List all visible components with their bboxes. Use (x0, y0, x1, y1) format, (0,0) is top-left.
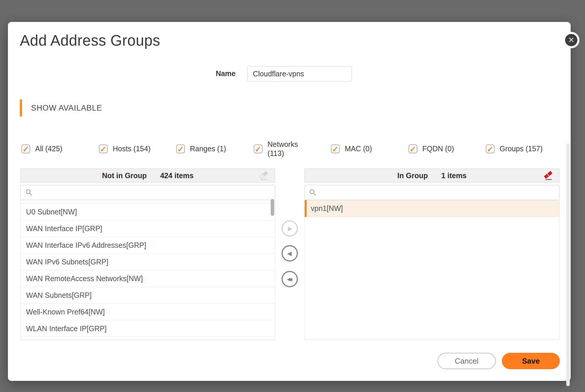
filter-label: Networks (113) (267, 140, 306, 158)
add-address-groups-dialog: Add Address Groups ✕ Name SHOW AVAILABLE… (8, 22, 571, 381)
move-right-button[interactable]: ▶ (282, 220, 298, 237)
checkbox-checked-icon: ✓ (409, 145, 417, 153)
filter-checkbox-hosts[interactable]: ✓ Hosts (154) (99, 137, 150, 161)
in-group-list: vpn1[NW] (304, 200, 560, 340)
search-icon (25, 189, 33, 197)
list-item[interactable]: U0 Subnet[NW] (21, 204, 275, 220)
filter-checkbox-ranges[interactable]: ✓ Ranges (1) (176, 137, 226, 161)
list-item[interactable]: WAN RemoteAccess Networks[NW] (21, 270, 275, 287)
list-item[interactable]: WAN IPv6 Subnets[GRP] (21, 254, 275, 270)
filter-label: Groups (157) (500, 144, 543, 153)
selected-list-item[interactable]: vpn1[NW] (305, 200, 559, 217)
not-in-group-list: U0 Subnet[NW] WAN Interface IP[GRP] WAN … (20, 200, 275, 340)
arrow-left-icon: ◀ (287, 250, 291, 257)
name-label: Name (177, 69, 236, 78)
save-button[interactable]: Save (502, 353, 560, 369)
list-scrollbar-thumb[interactable] (271, 199, 274, 216)
not-in-group-search (20, 185, 275, 200)
dialog-scrollbar[interactable] (566, 143, 570, 386)
filter-label: Hosts (154) (113, 144, 150, 153)
eraser-icon[interactable] (259, 171, 269, 181)
filter-checkbox-mac[interactable]: ✓ MAC (0) (331, 137, 372, 161)
filter-checkbox-fqdn[interactable]: ✓ FQDN (0) (409, 137, 454, 161)
move-left-button[interactable]: ◀ (282, 245, 298, 262)
cancel-button[interactable]: Cancel (438, 353, 496, 369)
checkbox-checked-icon: ✓ (99, 145, 108, 153)
checkbox-checked-icon: ✓ (254, 145, 263, 153)
arrow-right-icon: ▶ (288, 225, 292, 232)
filter-checkbox-networks[interactable]: ✓ Networks (113) (254, 137, 306, 161)
partial-row (21, 200, 275, 204)
panel-title: Not in Group (102, 171, 147, 180)
accent-bar (20, 99, 22, 116)
in-group-header: In Group 1 items (304, 169, 560, 183)
search-icon (309, 189, 317, 197)
checkbox-checked-icon: ✓ (21, 145, 30, 153)
double-arrow-left-icon: ◀◀ (287, 276, 291, 282)
in-group-panel: In Group 1 items (304, 169, 560, 340)
filter-label: MAC (0) (345, 144, 372, 153)
list-item[interactable]: WAN Subnets[GRP] (21, 287, 275, 304)
filter-label: FQDN (0) (422, 144, 454, 153)
close-icon: ✕ (568, 35, 575, 45)
in-group-search-input[interactable] (304, 185, 560, 200)
checkbox-checked-icon: ✓ (486, 145, 495, 153)
filter-checkbox-groups[interactable]: ✓ Groups (157) (486, 137, 543, 161)
list-item[interactable]: WLAN Interface IP[GRP] (21, 320, 275, 337)
list-item[interactable]: Well-Known Pref64[NW] (21, 304, 275, 320)
checkbox-checked-icon: ✓ (176, 145, 185, 153)
in-group-search (304, 185, 560, 200)
panel-item-count: 424 items (160, 171, 193, 180)
eraser-red-icon[interactable] (543, 171, 553, 181)
list-item[interactable]: WAN Interface IPv6 Addresses[GRP] (21, 237, 275, 254)
panel-title: In Group (397, 171, 428, 180)
type-filter-row: ✓ All (425) ✓ Hosts (154) ✓ Ranges (1) ✓… (8, 137, 571, 161)
filter-checkbox-all[interactable]: ✓ All (425) (21, 137, 62, 161)
not-in-group-search-input[interactable] (20, 185, 275, 200)
move-all-left-button[interactable]: ◀◀ (282, 271, 298, 287)
show-available-section-header: SHOW AVAILABLE (20, 99, 102, 116)
list-item[interactable]: WAN Interface IP[GRP] (21, 220, 275, 237)
panel-item-count: 1 items (441, 171, 466, 180)
filter-label: Ranges (1) (190, 144, 226, 153)
name-input[interactable] (247, 66, 352, 82)
section-title: SHOW AVAILABLE (31, 104, 102, 113)
not-in-group-panel: Not in Group 424 items (20, 169, 275, 340)
checkbox-checked-icon: ✓ (331, 145, 340, 153)
filter-label: All (425) (35, 144, 62, 153)
close-button[interactable]: ✕ (563, 32, 579, 48)
not-in-group-header: Not in Group 424 items (20, 169, 275, 183)
dialog-title: Add Address Groups (20, 32, 160, 50)
